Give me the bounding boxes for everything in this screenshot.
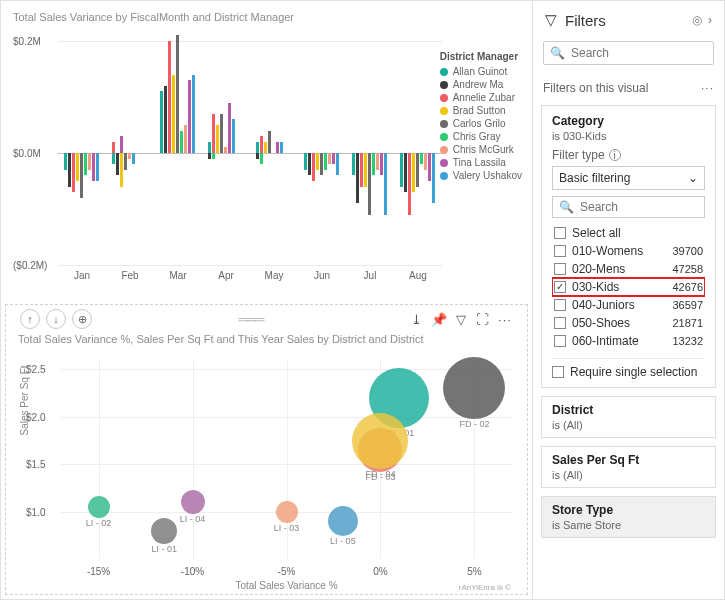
spsf-filter-card[interactable]: Sales Per Sq Ft is (All) — [541, 446, 716, 488]
bar[interactable] — [264, 142, 267, 153]
bar[interactable] — [372, 153, 375, 175]
checkbox[interactable] — [554, 227, 566, 239]
bar[interactable] — [416, 153, 419, 187]
bar[interactable] — [320, 153, 323, 175]
checkbox[interactable] — [554, 263, 566, 275]
bar[interactable] — [420, 153, 423, 164]
bar[interactable] — [212, 114, 215, 153]
bar[interactable] — [260, 136, 263, 153]
bar[interactable] — [376, 153, 379, 170]
bar[interactable] — [256, 153, 259, 159]
bar[interactable] — [72, 153, 75, 192]
bar[interactable] — [424, 153, 427, 170]
bar[interactable] — [304, 153, 307, 170]
bar[interactable] — [168, 41, 171, 153]
category-search[interactable]: 🔍 — [552, 196, 705, 218]
bar[interactable] — [208, 142, 211, 153]
bar[interactable] — [364, 153, 367, 187]
bar[interactable] — [400, 153, 403, 187]
bar[interactable] — [352, 153, 355, 175]
bar[interactable] — [132, 153, 135, 164]
bar[interactable] — [92, 153, 95, 181]
bar[interactable] — [280, 142, 283, 153]
bar[interactable] — [428, 153, 431, 181]
bar[interactable] — [408, 153, 411, 215]
bar[interactable] — [128, 153, 131, 159]
bar[interactable] — [84, 153, 87, 175]
bar[interactable] — [116, 153, 119, 175]
bar[interactable] — [356, 153, 359, 203]
bar[interactable] — [368, 153, 371, 215]
bar[interactable] — [276, 142, 279, 153]
bar[interactable] — [412, 153, 415, 192]
bubble[interactable] — [276, 501, 298, 523]
bar[interactable] — [180, 131, 183, 153]
bar[interactable] — [124, 153, 127, 170]
bar[interactable] — [268, 131, 271, 153]
filter-type-dropdown[interactable]: Basic filtering ⌄ — [552, 166, 705, 190]
scatter-chart[interactable]: ↑ ↓ ⊕ ═══ ⤓ 📌 ▽ ⛶ ··· Total Sales Varian… — [5, 304, 528, 595]
require-single-checkbox[interactable] — [552, 366, 564, 378]
filter-option[interactable]: Select all — [552, 224, 705, 242]
pin-icon[interactable]: 📌 — [431, 311, 447, 327]
filters-search-input[interactable] — [571, 46, 721, 60]
bar[interactable] — [224, 147, 227, 153]
bar[interactable] — [208, 153, 211, 159]
bar[interactable] — [160, 91, 163, 153]
bar[interactable] — [228, 103, 231, 153]
bar[interactable] — [64, 153, 67, 170]
drill-mode-icon[interactable]: ↓ — [46, 309, 66, 329]
bubble[interactable] — [443, 357, 505, 419]
filter-option[interactable]: 060-Intimate13232 — [552, 332, 705, 350]
bar[interactable] — [328, 153, 331, 164]
checkbox[interactable] — [554, 299, 566, 311]
bar[interactable] — [112, 142, 115, 153]
bar[interactable] — [260, 153, 263, 164]
checkbox[interactable] — [554, 317, 566, 329]
bar[interactable] — [216, 125, 219, 153]
bar[interactable] — [76, 153, 79, 181]
bubble[interactable] — [88, 496, 110, 518]
drill-up-icon[interactable]: ↑ — [20, 309, 40, 329]
bar[interactable] — [308, 153, 311, 175]
bar[interactable] — [360, 153, 363, 187]
filter-option[interactable]: 030-Kids42676 — [552, 278, 705, 296]
category-search-input[interactable] — [580, 200, 725, 214]
bar[interactable] — [256, 142, 259, 153]
bar[interactable] — [220, 114, 223, 153]
filter-option[interactable]: 020-Mens47258 — [552, 260, 705, 278]
bar[interactable] — [432, 153, 435, 203]
bubble[interactable] — [151, 518, 177, 544]
bar[interactable] — [404, 153, 407, 192]
bar[interactable] — [184, 125, 187, 153]
filters-search[interactable]: 🔍 — [543, 41, 714, 65]
bar[interactable] — [316, 153, 319, 170]
filter-icon[interactable]: ▽ — [453, 311, 469, 327]
checkbox[interactable] — [554, 245, 566, 257]
popout-icon[interactable]: ⛶ — [475, 311, 491, 327]
more-options-icon[interactable]: ··· — [497, 311, 513, 327]
bar[interactable] — [232, 119, 235, 153]
filter-option[interactable]: 050-Shoes21871 — [552, 314, 705, 332]
bubble[interactable] — [328, 506, 358, 536]
store-type-filter-card[interactable]: Store Type is Same Store — [541, 496, 716, 538]
section-more-icon[interactable]: ··· — [701, 81, 714, 95]
checkbox[interactable] — [554, 335, 566, 347]
info-icon[interactable]: i — [609, 149, 621, 161]
bar[interactable] — [212, 153, 215, 159]
bar[interactable] — [120, 153, 123, 187]
filter-option[interactable]: 040-Juniors36597 — [552, 296, 705, 314]
checkbox[interactable] — [554, 281, 566, 293]
expand-all-icon[interactable]: ⊕ — [72, 309, 92, 329]
filter-option[interactable]: 010-Womens39700 — [552, 242, 705, 260]
bar[interactable] — [112, 153, 115, 164]
bar[interactable] — [192, 75, 195, 153]
bar[interactable] — [96, 153, 99, 181]
bar[interactable] — [332, 153, 335, 164]
bar[interactable] — [164, 86, 167, 153]
bar[interactable] — [384, 153, 387, 215]
bubble[interactable] — [181, 490, 205, 514]
bar[interactable] — [380, 153, 383, 175]
bar[interactable] — [312, 153, 315, 181]
bar[interactable] — [88, 153, 91, 170]
